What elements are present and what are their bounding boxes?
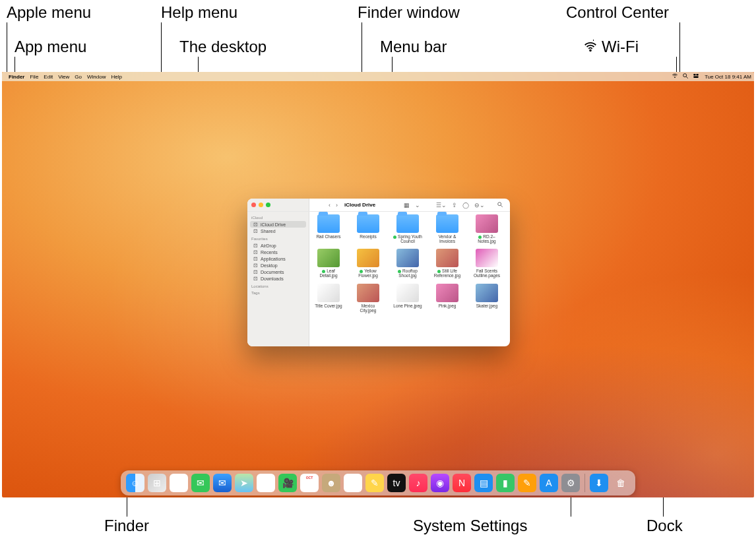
- dock-app-notes[interactable]: ✎: [365, 474, 384, 492]
- callout-desktop: The desktop: [179, 38, 267, 56]
- file-item[interactable]: RD.2–Notes.jpg: [472, 214, 502, 243]
- view-options-button[interactable]: ⌄: [415, 202, 420, 208]
- dock-app-podcasts[interactable]: ◉: [431, 474, 449, 492]
- menu-window[interactable]: Window: [87, 74, 106, 80]
- file-item[interactable]: Yellow Flower.jpg: [353, 249, 383, 278]
- file-item[interactable]: Spring Youth Council: [393, 214, 423, 243]
- file-label: Still Life Reference.jpg: [432, 269, 462, 278]
- sidebar-section-label: Locations: [251, 284, 305, 288]
- tags-button[interactable]: ◯: [462, 202, 469, 208]
- group-button[interactable]: ☰⌄: [436, 202, 447, 208]
- dock-app-reminders[interactable]: ☰: [344, 474, 362, 492]
- dock-app-downloads[interactable]: ⬇: [590, 474, 608, 492]
- menu-bar-clock[interactable]: Tue Oct 18 9:41 AM: [705, 74, 751, 80]
- sidebar-item-downloads[interactable]: ⊡Downloads: [250, 275, 306, 282]
- sidebar-item-shared[interactable]: ⊡Shared: [250, 228, 306, 234]
- folder-icon: [436, 214, 458, 233]
- file-item[interactable]: Receipts: [353, 214, 383, 243]
- sidebar-item-label: Desktop: [261, 263, 278, 268]
- file-item[interactable]: Vendor & Invoices: [432, 214, 462, 243]
- wifi-icon: [583, 40, 598, 57]
- window-minimize-button[interactable]: [259, 203, 263, 207]
- file-item[interactable]: Still Life Reference.jpg: [432, 249, 462, 278]
- menu-view[interactable]: View: [58, 74, 69, 80]
- file-item[interactable]: Lone Pine.jpeg: [393, 284, 423, 313]
- nav-forward-button[interactable]: ›: [336, 202, 338, 208]
- file-item[interactable]: Skater.jpeg: [472, 284, 502, 313]
- dock-app-contacts[interactable]: ☻: [322, 474, 340, 492]
- sidebar-item-label: Recents: [261, 250, 278, 255]
- file-label: Pink.jpeg: [432, 303, 462, 308]
- sidebar-item-applications[interactable]: ⊡Applications: [250, 255, 306, 262]
- dock-app-photos[interactable]: ✿: [257, 474, 275, 492]
- search-button[interactable]: [497, 201, 503, 209]
- share-button[interactable]: ⇪: [452, 202, 457, 208]
- menu-edit[interactable]: Edit: [44, 74, 53, 80]
- dock-app-calendar[interactable]: OCT18: [300, 474, 319, 492]
- file-thumbnail: [317, 249, 340, 267]
- dock-app-keynote[interactable]: ▤: [474, 474, 493, 492]
- dock-app-pages[interactable]: ✎: [518, 474, 536, 492]
- dock-app-maps[interactable]: ➤: [235, 474, 253, 492]
- sidebar-item-airdrop[interactable]: ⊡AirDrop: [250, 242, 306, 249]
- sidebar-item-label: Downloads: [261, 276, 284, 281]
- dock-app-safari[interactable]: ✷: [170, 474, 188, 492]
- file-label: Vendor & Invoices: [432, 234, 462, 243]
- dock-app-trash[interactable]: 🗑: [612, 474, 630, 492]
- folder-icon: [317, 214, 340, 233]
- dock-app-finder[interactable]: ☺: [126, 474, 144, 492]
- menu-file[interactable]: File: [30, 74, 38, 80]
- callout-wifi: Wi-Fi: [602, 38, 639, 56]
- finder-titlebar[interactable]: ‹ › iCloud Drive ▦ ⌄ ☰⌄ ⇪ ◯ ⊖⌄: [247, 199, 510, 212]
- svg-point-1: [675, 77, 676, 78]
- dock-app-launchpad[interactable]: ⊞: [148, 474, 166, 492]
- file-item[interactable]: Fall Scents Outline.pages: [472, 249, 502, 278]
- callout-control-center: Control Center: [566, 3, 669, 22]
- file-item[interactable]: Title Cover.jpg: [313, 284, 344, 313]
- file-label: Title Cover.jpg: [313, 303, 344, 308]
- file-thumbnail: [476, 214, 498, 233]
- sidebar-item-label: Shared: [261, 229, 276, 234]
- finder-sidebar: iCloud⊡iCloud Drive⊡SharedFavorites⊡AirD…: [247, 199, 309, 346]
- finder-content: Rail ChasersReceiptsSpring Youth Council…: [309, 199, 510, 346]
- control-center-icon[interactable]: [693, 73, 699, 80]
- nav-back-button[interactable]: ‹: [329, 202, 331, 208]
- folder-icon: [357, 214, 379, 233]
- callout-system-settings: System Settings: [413, 517, 527, 535]
- window-zoom-button[interactable]: [266, 203, 270, 207]
- callout-app-menu: App menu: [15, 38, 86, 56]
- wifi-status-icon[interactable]: [672, 73, 678, 80]
- dock-app-tv[interactable]: tv: [387, 474, 406, 492]
- file-item[interactable]: Rail Chasers: [313, 214, 344, 243]
- callout-menu-bar: Menu bar: [380, 38, 447, 56]
- svg-rect-4: [693, 74, 695, 76]
- finder-window[interactable]: ‹ › iCloud Drive ▦ ⌄ ☰⌄ ⇪ ◯ ⊖⌄ iCloud⊡iC…: [247, 199, 510, 346]
- file-item[interactable]: Pink.jpeg: [432, 284, 462, 313]
- file-thumbnail: [436, 249, 458, 267]
- sidebar-item-icon: ⊡: [253, 222, 258, 227]
- dock-app-system-settings[interactable]: ⚙: [561, 474, 580, 492]
- file-item[interactable]: Leaf Detail.jpg: [313, 249, 344, 278]
- menu-go[interactable]: Go: [75, 74, 82, 80]
- dock-app-news[interactable]: N: [453, 474, 471, 492]
- app-menu[interactable]: Finder: [9, 74, 24, 80]
- sidebar-item-icloud-drive[interactable]: ⊡iCloud Drive: [250, 221, 306, 228]
- sidebar-item-documents[interactable]: ⊡Documents: [250, 269, 306, 275]
- action-button[interactable]: ⊖⌄: [474, 202, 485, 208]
- dock-app-music[interactable]: ♪: [409, 474, 427, 492]
- dock-app-mail[interactable]: ✉: [213, 474, 232, 492]
- dock-app-messages[interactable]: ✉: [191, 474, 210, 492]
- file-item[interactable]: Rooftop Shoot.jpg: [393, 249, 423, 278]
- dock-app-app-store[interactable]: A: [540, 474, 558, 492]
- svg-rect-5: [697, 74, 699, 76]
- view-icons-button[interactable]: ▦: [404, 202, 410, 208]
- dock-app-numbers[interactable]: ▮: [496, 474, 515, 492]
- dock-app-facetime[interactable]: 🎥: [278, 474, 297, 492]
- sidebar-item-recents[interactable]: ⊡Recents: [250, 249, 306, 255]
- file-label: Yellow Flower.jpg: [353, 269, 383, 278]
- spotlight-icon[interactable]: [682, 73, 689, 80]
- window-close-button[interactable]: [251, 203, 256, 207]
- sidebar-item-desktop[interactable]: ⊡Desktop: [250, 262, 306, 269]
- menu-help[interactable]: Help: [111, 74, 121, 80]
- file-item[interactable]: Mexico City.jpeg: [353, 284, 383, 313]
